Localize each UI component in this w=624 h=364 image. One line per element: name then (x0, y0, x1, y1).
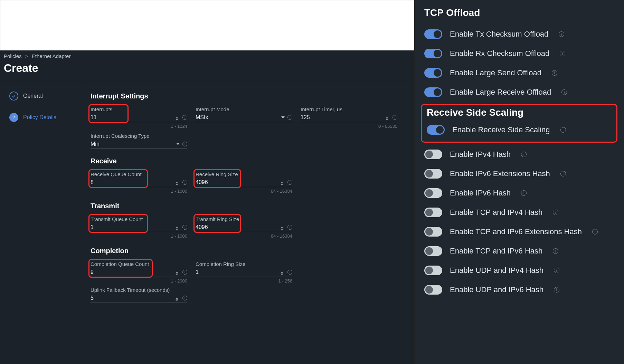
stepper-icon[interactable] (386, 117, 390, 121)
toggle-switch[interactable] (424, 68, 442, 78)
toggle-label: Enable TCP and IPv4 Hash (450, 208, 542, 217)
field-value[interactable]: 5 (91, 295, 94, 301)
stepper-icon[interactable] (281, 182, 285, 185)
chevron-down-icon[interactable] (176, 143, 180, 145)
toggle-switch[interactable] (424, 150, 442, 159)
field-value[interactable]: 1 (91, 224, 94, 230)
toggle-switch[interactable] (424, 227, 442, 237)
step-general[interactable]: General (9, 92, 80, 100)
page-title: Create (0, 60, 414, 81)
toggle-ipv6-hash[interactable]: Enable IPv6 Hash i (424, 183, 614, 203)
step-policy-details[interactable]: 2 Policy Details (9, 113, 80, 122)
interrupt-timer-field[interactable]: Interrupt Timer, us 125 i (301, 106, 397, 122)
toggle-udp-ipv6-hash[interactable]: Enable UDP and IPv6 Hash i (424, 280, 614, 299)
toggle-rx-checksum[interactable]: Enable Rx Checksum Offload i (424, 44, 614, 63)
field-value[interactable]: MSIx (196, 114, 208, 120)
interrupts-field[interactable]: Interrupts 11 i (91, 106, 187, 122)
toggle-switch[interactable] (424, 246, 442, 256)
cq-ring-field[interactable]: Completion Ring Size 1 i (196, 261, 292, 277)
info-icon[interactable]: i (592, 229, 598, 234)
rx-ring-field[interactable]: Receive Ring Size 4096 i (196, 171, 292, 187)
toggle-label: Enable UDP and IPv4 Hash (450, 266, 543, 275)
info-icon[interactable]: i (182, 115, 187, 120)
toggle-switch[interactable] (424, 49, 442, 58)
breadcrumb-level2[interactable]: Ethernet Adapter (32, 53, 71, 59)
info-icon[interactable]: i (553, 210, 558, 215)
info-icon[interactable]: i (521, 152, 527, 157)
tx-ring-field[interactable]: Transmit Ring Size 4096 i (196, 216, 292, 232)
top-whitespace (0, 0, 414, 50)
step-label: Policy Details (23, 114, 56, 121)
toggle-switch[interactable] (424, 208, 442, 217)
info-icon[interactable]: i (287, 180, 292, 185)
stepper-icon[interactable] (281, 271, 285, 275)
field-value[interactable]: 125 (301, 114, 310, 120)
field-value[interactable]: 1 (196, 269, 199, 275)
toggle-tcp-ipv6-ext-hash[interactable]: Enable TCP and IPv6 Extensions Hash i (424, 222, 614, 241)
toggle-switch[interactable] (424, 266, 442, 275)
info-icon[interactable]: i (182, 180, 187, 185)
info-icon[interactable]: i (553, 248, 558, 254)
toggle-label: Enable IPv6 Hash (450, 189, 511, 198)
info-icon[interactable]: i (182, 296, 187, 300)
field-hint: 1 - 1000 (91, 233, 187, 239)
field-value[interactable]: 4096 (196, 179, 208, 185)
info-icon[interactable]: i (287, 270, 292, 275)
info-icon[interactable]: i (521, 190, 527, 196)
coalescing-type-field[interactable]: Interrupt Coalescing Type Min i (91, 133, 187, 149)
section-interrupt-settings: Interrupt Settings (91, 92, 398, 100)
toggle-ipv4-hash[interactable]: Enable IPv4 Hash i (424, 145, 614, 164)
info-icon[interactable]: i (182, 270, 187, 275)
toggle-tcp-ipv6-hash[interactable]: Enable TCP and IPv6 Hash i (424, 241, 614, 261)
info-icon[interactable]: i (393, 115, 397, 120)
toggle-large-send[interactable]: Enable Large Send Offload i (424, 63, 614, 83)
stepper-icon[interactable] (176, 182, 180, 185)
stepper-icon[interactable] (176, 297, 180, 301)
toggle-tcp-ipv4-hash[interactable]: Enable TCP and IPv4 Hash i (424, 203, 614, 222)
info-icon[interactable]: i (560, 171, 566, 176)
tx-queue-field[interactable]: Transmit Queue Count 1 i (91, 216, 187, 232)
toggle-ipv6-ext-hash[interactable]: Enable IPv6 Extensions Hash i (424, 164, 614, 183)
info-icon[interactable]: i (182, 225, 187, 230)
breadcrumb[interactable]: Policies > Ethernet Adapter (0, 50, 414, 60)
toggle-switch[interactable] (424, 285, 442, 295)
interrupt-mode-field[interactable]: Interrupt Mode MSIx i (196, 106, 292, 122)
toggle-udp-ipv4-hash[interactable]: Enable UDP and IPv4 Hash i (424, 261, 614, 280)
step-number-icon: 2 (9, 113, 18, 122)
field-value[interactable]: 4096 (196, 224, 208, 230)
info-icon[interactable]: i (554, 268, 559, 273)
rss-title: Receive Side Scaling (427, 107, 612, 118)
field-value[interactable]: Min (91, 141, 100, 147)
info-icon[interactable]: i (287, 115, 292, 120)
info-icon[interactable]: i (560, 127, 566, 133)
toggle-rss[interactable]: Enable Receive Side Scaling i (427, 120, 612, 140)
stepper-icon[interactable] (281, 227, 285, 230)
field-value[interactable]: 8 (91, 179, 94, 185)
chevron-down-icon[interactable] (281, 116, 285, 118)
toggle-switch[interactable] (424, 188, 442, 198)
toggle-switch[interactable] (424, 87, 442, 97)
field-label: Receive Queue Count (91, 171, 187, 177)
stepper-icon[interactable] (176, 117, 180, 121)
info-icon[interactable]: i (560, 51, 565, 56)
field-label: Uplink Failback Timeout (seconds) (91, 287, 187, 293)
cq-count-field[interactable]: Completion Queue Count 9 i (91, 261, 187, 277)
toggle-tx-checksum[interactable]: Enable Tx Checksum Offload i (424, 25, 614, 44)
info-icon[interactable]: i (552, 70, 557, 76)
field-value[interactable]: 11 (91, 114, 97, 120)
field-value[interactable]: 9 (91, 269, 94, 275)
toggle-large-receive[interactable]: Enable Large Receive Offload i (424, 83, 614, 102)
failback-timeout-field[interactable]: Uplink Failback Timeout (seconds) 5 i (91, 287, 187, 303)
toggle-switch[interactable] (427, 125, 445, 135)
stepper-icon[interactable] (176, 271, 180, 275)
toggle-switch[interactable] (424, 29, 442, 39)
info-icon[interactable]: i (182, 142, 187, 146)
rx-queue-field[interactable]: Receive Queue Count 8 i (91, 171, 187, 187)
breadcrumb-level1[interactable]: Policies (4, 53, 22, 59)
info-icon[interactable]: i (559, 31, 564, 37)
info-icon[interactable]: i (287, 225, 292, 230)
info-icon[interactable]: i (554, 287, 559, 293)
toggle-switch[interactable] (424, 169, 442, 179)
stepper-icon[interactable] (176, 227, 180, 230)
info-icon[interactable]: i (561, 89, 567, 95)
